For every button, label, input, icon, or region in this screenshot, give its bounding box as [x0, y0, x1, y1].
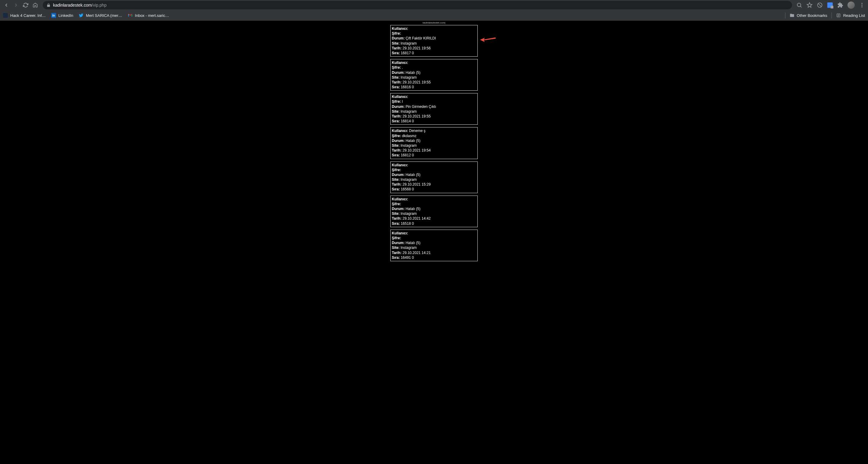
record-line-sira: Sıra:16568 0 — [392, 187, 476, 192]
forward-button[interactable] — [13, 2, 19, 8]
record-line-tarih: Tarih:29.10.2021 19:54 — [392, 148, 476, 153]
record-card: Kullanıcı:Şifre:Durum:Hatalı (5)Site:Ins… — [390, 195, 478, 227]
extensions-icon[interactable] — [837, 2, 843, 8]
reload-button[interactable] — [22, 2, 29, 8]
bookmark-label: LinkedIn — [59, 13, 73, 18]
divider — [785, 12, 785, 19]
address-bar[interactable]: kadinlaradestek.com/vip.php — [43, 1, 792, 9]
redacted-block — [409, 95, 430, 98]
record-card: Kullanıcı:Şifre:Durum:Hatalı (5)Site:Ins… — [390, 161, 478, 193]
menu-icon[interactable] — [859, 2, 865, 8]
field-label: Durum: — [392, 36, 405, 41]
field-value: Instagram — [401, 211, 416, 216]
field-label: Durum: — [392, 70, 405, 75]
record-line-site: Site:Instagram — [392, 143, 476, 148]
field-label: Site: — [392, 211, 400, 216]
bookmark-label: Mert SARICA (mer… — [86, 13, 122, 18]
field-value: 16518 0 — [401, 221, 414, 226]
reading-list-label: Reading List — [843, 13, 865, 18]
bookmark-gmail[interactable]: Inbox - mert.saric… — [128, 13, 169, 18]
record-card: Kullanıcı:Şifre:Durum:Çift Faktör KIRILD… — [390, 25, 478, 57]
field-value: Pin Girmeden Çıktı — [406, 104, 436, 109]
redacted-block — [409, 61, 430, 64]
field-value: 29.10.2021 19:55 — [402, 80, 430, 85]
redacted-block — [402, 168, 420, 172]
reading-list-icon — [836, 13, 841, 18]
linkedin-icon: in — [51, 13, 56, 18]
field-value: Hatalı (5) — [406, 138, 421, 143]
field-label: Sıra: — [392, 85, 400, 90]
page-content: kadinlaradestek.com| Kullanıcı:Şifre:Dur… — [0, 21, 868, 464]
field-label: Şifre: — [392, 202, 401, 206]
record-line-durum: Durum:Hatalı (5) — [392, 70, 476, 75]
record-card: Kullanıcı:Deneme şŞifre:dkdasmzDurum:Hat… — [390, 127, 478, 159]
record-line-durum: Durum:Pin Girmeden Çıktı — [392, 104, 476, 109]
translate-icon[interactable] — [827, 2, 833, 8]
svg-point-0 — [797, 3, 801, 7]
record-line-tarih: Tarih:29.10.2021 19:55 — [392, 114, 476, 119]
field-label: Durum: — [392, 138, 405, 143]
record-line-site: Site:Instagram — [392, 177, 476, 182]
star-icon[interactable] — [807, 2, 812, 8]
toolbar-right-icons — [796, 1, 865, 9]
record-line-sifre: Şifre: — [392, 31, 476, 36]
field-value: . — [402, 65, 403, 70]
field-label: Tarih: — [392, 148, 401, 153]
record-line-durum: Durum:Çift Faktör KIRILDI — [392, 36, 476, 41]
field-value: 16568 0 — [401, 187, 414, 192]
record-line-sira: Sıra:16491 0 — [392, 255, 476, 260]
record-line-site: Site:Instagram — [392, 75, 476, 80]
field-label: Site: — [392, 109, 400, 114]
record-line-site: Site:Instagram — [392, 41, 476, 46]
url-path: /vip.php — [92, 3, 106, 7]
record-line-tarih: Tarih:29.10.2021 15:29 — [392, 182, 476, 187]
other-bookmarks-button[interactable]: Other Bookmarks — [789, 13, 827, 18]
field-value: Instagram — [401, 41, 416, 46]
record-line-sifre: Şifre: — [392, 236, 476, 241]
bookmark-linkedin[interactable]: in LinkedIn — [51, 13, 73, 18]
redacted-block — [402, 236, 420, 240]
field-label: Site: — [392, 177, 400, 182]
field-label: Site: — [392, 143, 400, 148]
redacted-block — [409, 27, 430, 30]
field-value: 16816 0 — [401, 85, 414, 90]
record-line-kullanici: Kullanıcı: — [392, 231, 476, 236]
field-label: Şifre: — [392, 133, 401, 138]
bookmark-hack4career[interactable]: Hack 4 Career. Inf… — [3, 13, 46, 18]
bookmarks-bar: Hack 4 Career. Inf… in LinkedIn Mert SAR… — [0, 10, 868, 21]
field-value: Çift Faktör KIRILDI — [406, 36, 436, 41]
search-icon[interactable] — [796, 2, 802, 8]
record-line-site: Site:Instagram — [392, 245, 476, 250]
lock-icon — [46, 3, 51, 7]
field-label: Tarih: — [392, 250, 401, 255]
record-line-sira: Sıra:16812 0 — [392, 153, 476, 158]
field-value: Hatalı (5) — [406, 241, 421, 245]
avatar[interactable] — [847, 1, 855, 9]
reading-list-button[interactable]: Reading List — [836, 13, 865, 18]
field-value: 29.10.2021 19:56 — [402, 46, 430, 51]
record-line-kullanici: Kullanıcı:Deneme ş — [392, 128, 476, 133]
svg-point-4 — [861, 6, 862, 7]
bookmark-label: Hack 4 Career. Inf… — [10, 13, 46, 18]
record-line-durum: Durum:Hatalı (5) — [392, 206, 476, 211]
records-container: Kullanıcı:Şifre:Durum:Çift Faktör KIRILD… — [390, 25, 478, 264]
record-line-sira: Sıra:16817 0 — [392, 51, 476, 56]
field-value: Instagram — [401, 75, 416, 80]
back-button[interactable] — [3, 2, 10, 8]
field-label: Site: — [392, 41, 400, 46]
record-line-sira: Sıra:16814 0 — [392, 119, 476, 124]
redacted-block — [404, 100, 422, 104]
bookmark-twitter[interactable]: Mert SARICA (mer… — [79, 13, 122, 18]
home-button[interactable] — [32, 2, 38, 8]
redacted-block — [409, 197, 430, 201]
field-label: Kullanıcı: — [392, 128, 408, 133]
divider — [832, 12, 832, 19]
url-text: kadinlaradestek.com/vip.php — [53, 3, 788, 7]
field-value: 29.10.2021 15:29 — [402, 182, 430, 187]
block-icon[interactable] — [817, 2, 823, 8]
field-value: 16817 0 — [401, 51, 414, 56]
field-value: 16491 0 — [401, 255, 414, 260]
record-line-kullanici: Kullanıcı: — [392, 197, 476, 202]
record-line-tarih: Tarih:29.10.2021 14:21 — [392, 250, 476, 255]
record-line-kullanici: Kullanıcı: — [392, 94, 476, 99]
